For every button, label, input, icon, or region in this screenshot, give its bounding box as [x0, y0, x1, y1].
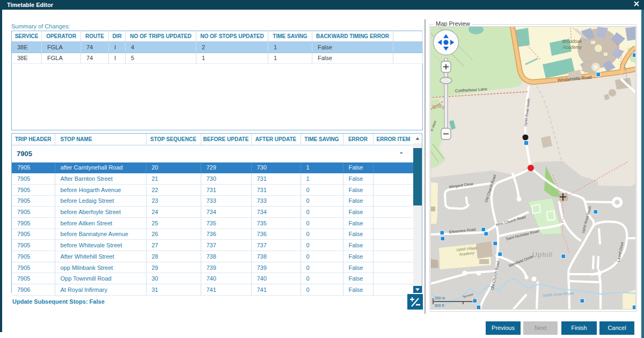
svg-text:200 m: 200 m — [435, 296, 445, 300]
svg-text:Academy: Academy — [562, 45, 582, 50]
svg-text:Uphill: Uphill — [532, 251, 553, 259]
svg-text:Broadoak: Broadoak — [562, 39, 582, 44]
svg-text:500 ft: 500 ft — [435, 304, 444, 307]
